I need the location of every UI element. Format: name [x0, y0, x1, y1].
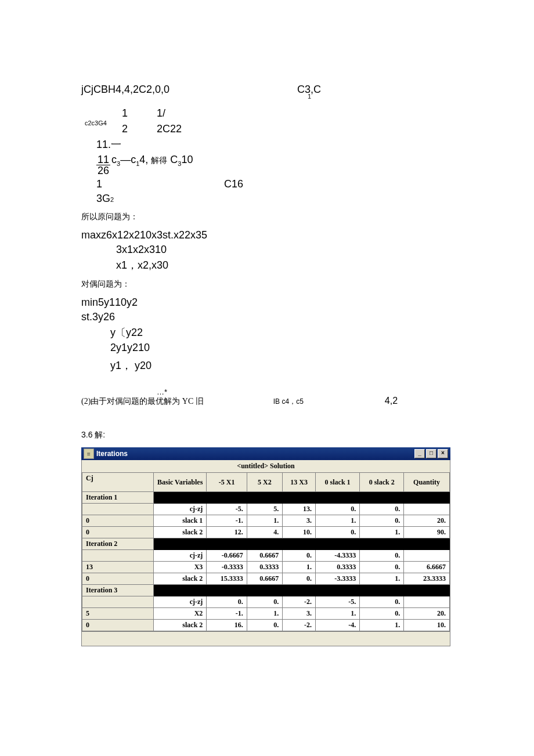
minimize-button[interactable]: _ [414, 449, 425, 458]
dual-l4: 2y1y210 [81, 342, 453, 354]
text-primal-intro: 所以原问题为： [81, 212, 453, 222]
col-x3: 13 X3 [283, 473, 316, 492]
eq-l7sup: 2 [110, 196, 114, 203]
table-row: 0slack 212.4.10.0.1.90. [82, 527, 450, 538]
dual-l1: min5y110y2 [81, 296, 453, 309]
eq-l6a: 1 [96, 178, 102, 190]
maximize-button[interactable]: □ [426, 449, 436, 458]
eq-l2b: 1/ [157, 107, 165, 120]
equation-block-2: 1 1/ c2c3G4 2 2C22 11.一 11 26 c3—c14, 解得… [81, 107, 453, 205]
primal-l3: x1，x2,x30 [81, 258, 453, 272]
dual-l2: st.3y26 [81, 311, 453, 323]
document-page: jCjCBH4,4,2C2,0,0 C3,C 1 1 1/ c2c3G4 2 2… [0, 0, 534, 681]
col-cj: Cj [82, 473, 154, 492]
iterations-window: ≡ Iterations _ □ × <untitled> Solution C… [81, 447, 450, 646]
table-row: 13X3-0.33330.33331.0.33330.6.6667 [82, 562, 450, 573]
table-row: 0slack 216.0.-2.-4.1.10. [82, 620, 450, 631]
primal-l2: 3x1x2x310 [81, 244, 453, 256]
window-titlebar[interactable]: ≡ Iterations _ □ × [81, 447, 450, 460]
iterations-table: Cj Basic Variables -5 X1 5 X2 13 X3 0 sl… [82, 472, 450, 631]
iteration-separator: Iteration 3 [82, 585, 450, 596]
table-header-row: Cj Basic Variables -5 X1 5 X2 13 X3 0 sl… [82, 473, 450, 492]
window-icon: ≡ [84, 448, 94, 459]
eq-l4a: 11.一 [96, 138, 121, 151]
eq-l3a: 2 [122, 123, 128, 135]
solution-caption: <untitled> Solution [82, 460, 450, 472]
window-body: <untitled> Solution Cj Basic Variables -… [81, 460, 450, 646]
col-s2: 0 slack 2 [360, 473, 404, 492]
text-dual-intro: 对偶问题为： [81, 279, 453, 290]
section-3-6: 3.6 解: [81, 430, 453, 440]
remark-2: …* (2)由于对偶问题的最优解为 YC 旧 IB c4，c5 4,2 [81, 396, 453, 407]
table-row: 5X2-1.1.3.1.0.20. [82, 608, 450, 620]
dual-l3: y〔y22 [81, 325, 453, 339]
window-footer [82, 631, 450, 646]
eq-l1c: 1 [308, 93, 311, 100]
col-s1: 0 slack 1 [316, 473, 360, 492]
table-row: 0slack 1-1.1.3.1.0.20. [82, 515, 450, 527]
window-title: Iterations [96, 450, 414, 458]
eq-l3b: 2C22 [157, 123, 182, 135]
col-x2: 5 X2 [247, 473, 282, 492]
close-button[interactable]: × [438, 449, 448, 458]
iteration-separator: Iteration 2 [82, 538, 450, 550]
equation-block-1: jCjCBH4,4,2C2,0,0 C3,C 1 [81, 84, 453, 96]
fraction: 11 26 [96, 154, 110, 176]
eq-l2a: 1 [122, 107, 128, 120]
remark-2-mid: IB c4，c5 [273, 397, 304, 407]
dual-l5: y1， y20 [81, 359, 453, 372]
remark-2-right: 4,2 [385, 396, 398, 406]
eq-l5a: c3—c14, 解得 C310 [111, 154, 193, 167]
dots: …* [157, 388, 167, 396]
remark-2-text: (2)由于对偶问题的最优解为 YC 旧 [81, 396, 204, 407]
primal-l1: maxz6x12x210x3st.x22x35 [81, 229, 453, 241]
table-row: cj-zj-5.5.13.0.0. [82, 504, 450, 515]
eq-l1a: jCjCBH4,4,2C2,0,0 [81, 84, 169, 96]
table-row: cj-zj0.0.-2.-5.0. [82, 596, 450, 608]
eq-l6b: C16 [224, 178, 243, 190]
table-row: cj-zj-0.66670.66670.-4.33330. [82, 550, 450, 562]
table-row: 0slack 215.33330.66670.-3.33331.23.3333 [82, 573, 450, 585]
col-qty: Quantity [404, 473, 450, 492]
col-x1: -5 X1 [207, 473, 247, 492]
eq-l7a: 3G [96, 193, 110, 205]
col-basic: Basic Variables [154, 473, 207, 492]
eq-l2pre: c2c3G4 [85, 120, 107, 126]
iteration-separator: Iteration 1 [82, 492, 450, 504]
